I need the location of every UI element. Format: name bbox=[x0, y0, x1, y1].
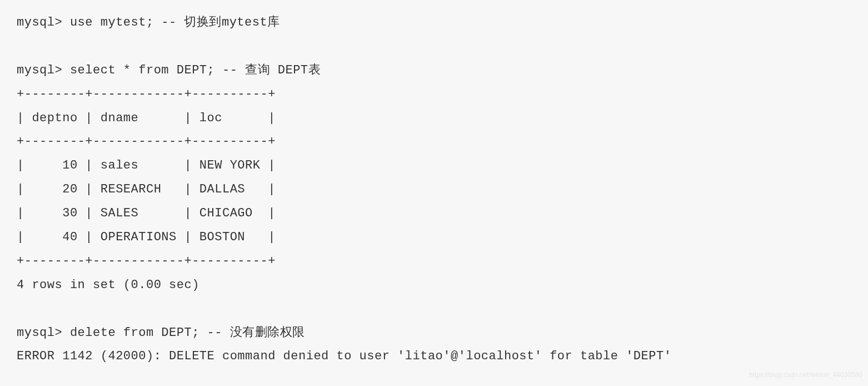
error-message: ERROR 1142 (42000): DELETE command denie… bbox=[17, 349, 671, 363]
table-row-4: | 40 | OPERATIONS | BOSTON | bbox=[17, 230, 276, 244]
prompt-1: mysql> use mytest; -- 切换到mytest库 bbox=[17, 16, 280, 29]
prompt-3: mysql> delete from DEPT; -- 没有删除权限 bbox=[17, 326, 305, 340]
table-row-3: | 30 | SALES | CHICAGO | bbox=[17, 206, 276, 220]
prompt-2: mysql> select * from DEPT; -- 查询 DEPT表 bbox=[17, 63, 321, 77]
table-border-top: +--------+------------+----------+ bbox=[17, 87, 276, 101]
watermark: https://blog.csdn.net/weixin_44030580 bbox=[749, 369, 862, 382]
table-row-1: | 10 | sales | NEW YORK | bbox=[17, 159, 276, 172]
result-summary: 4 rows in set (0.00 sec) bbox=[17, 278, 199, 292]
table-border-bottom: +--------+------------+----------+ bbox=[17, 254, 276, 268]
terminal-output: mysql> use mytest; -- 切换到mytest库 mysql> … bbox=[17, 16, 671, 363]
table-row-2: | 20 | RESEARCH | DALLAS | bbox=[17, 182, 276, 196]
table-border-mid: +--------+------------+----------+ bbox=[17, 135, 276, 149]
table-header: | deptno | dname | loc | bbox=[17, 111, 276, 125]
